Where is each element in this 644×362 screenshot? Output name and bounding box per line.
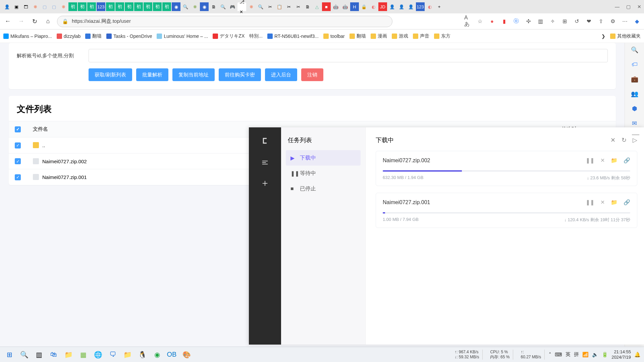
tab-icon[interactable]: 初 <box>68 2 77 11</box>
tab-stopped[interactable]: ■ 已停止 <box>286 181 361 196</box>
tab-icon[interactable]: 初 <box>125 2 133 11</box>
tab-icon[interactable]: JD <box>378 2 387 11</box>
reload-button[interactable]: ↻ <box>30 17 39 26</box>
tab-icon[interactable]: ❋ <box>247 2 256 11</box>
tab-icon[interactable]: 初 <box>144 2 152 11</box>
folder-icon[interactable]: 📁 <box>611 157 618 164</box>
briefcase-icon[interactable]: 💼 <box>631 75 638 83</box>
share-icon[interactable]: ⇪ <box>597 18 604 25</box>
tab-icon[interactable]: 🔒 <box>360 2 368 11</box>
tab-icon[interactable]: ✂ <box>284 2 293 11</box>
tab-icon[interactable]: ❋ <box>31 2 40 11</box>
cancel-icon[interactable]: ✕ <box>600 199 605 205</box>
performance-icon[interactable]: ⚙ <box>609 18 616 25</box>
wifi-icon[interactable]: 📶 <box>582 352 589 358</box>
close-button[interactable]: ✕ <box>637 4 641 9</box>
active-tab[interactable]: ⎇ ✕ <box>237 2 246 11</box>
tab-icon[interactable]: 👤 <box>407 2 415 11</box>
tab-icon[interactable]: 🔍 <box>256 2 265 11</box>
office-icon[interactable]: ⬢ <box>632 105 637 112</box>
search-button[interactable]: 🔍 <box>18 349 30 361</box>
link-icon[interactable]: 🔗 <box>624 157 630 164</box>
bookmark-item[interactable]: Tasks - OpenDrive <box>106 34 152 39</box>
profile-icon[interactable]: 👤 <box>3 2 11 11</box>
taskbar-app[interactable]: 🗨 <box>107 349 119 361</box>
taskbar-app[interactable]: 🌐 <box>92 349 104 361</box>
close-icon[interactable]: ✕ <box>610 136 615 144</box>
tab-icon[interactable]: 初 <box>153 2 162 11</box>
tab-icon[interactable]: 初 <box>115 2 124 11</box>
collections-icon[interactable]: ⊞ <box>561 18 568 25</box>
admin-button[interactable]: 进入后台 <box>265 68 297 81</box>
pause-icon[interactable]: ❚❚ <box>586 199 594 205</box>
clock[interactable]: 21:14:55 2024/7/19 <box>611 349 631 360</box>
extensions-icon[interactable]: ✣ <box>525 18 532 25</box>
home-button[interactable]: ⌂ <box>44 17 52 26</box>
folder-icon[interactable]: 📁 <box>611 199 618 205</box>
tray-overflow-icon[interactable]: ˄ <box>549 352 551 358</box>
bookmark-item[interactable]: RT-N56UB1-newif3... <box>267 34 319 39</box>
tab-icon[interactable]: 👤 <box>388 2 396 11</box>
tab-icon[interactable]: 🗎 <box>303 2 312 11</box>
tab-icon[interactable]: 🗎 <box>209 2 218 11</box>
bookmark-folder[interactable]: 游戏 <box>392 33 408 39</box>
tab-icon[interactable]: 123 <box>97 2 105 11</box>
row-checkbox[interactable]: ✓ <box>15 142 21 148</box>
tab-waiting[interactable]: ❚❚ 等待中 <box>286 166 361 181</box>
ime-mode[interactable]: 拼 <box>574 351 579 358</box>
tab-icon[interactable]: 123 <box>416 2 425 11</box>
pause-icon[interactable]: ❚❚ <box>586 157 594 164</box>
menu-icon[interactable]: ⋯ <box>621 18 629 25</box>
history-icon[interactable]: ↺ <box>573 18 580 25</box>
tab-icon[interactable]: ■ <box>322 2 331 11</box>
battery-icon[interactable]: 🔋 <box>602 352 608 358</box>
bookmark-folder[interactable]: 漫画 <box>371 33 387 39</box>
account-id-input[interactable] <box>89 49 608 62</box>
outlook-icon[interactable]: ✉ <box>632 120 637 127</box>
tab-icon[interactable]: 初 <box>134 2 143 11</box>
taskbar-app[interactable]: OB <box>166 349 178 361</box>
tab-downloading[interactable]: ▶ 下载中 <box>286 150 361 166</box>
bookmark-folder[interactable]: 翻墙 <box>350 33 366 39</box>
other-bookmarks[interactable]: 其他收藏夹 <box>610 33 641 39</box>
tab-icon[interactable]: ▢ <box>40 2 49 11</box>
tab-icon[interactable]: 🗔 <box>21 2 30 11</box>
volume-icon[interactable]: 🔈 <box>592 352 598 358</box>
logout-button[interactable]: 注销 <box>301 68 323 81</box>
tab-icon[interactable]: ✂ <box>266 2 274 11</box>
taskbar-app[interactable]: 📁 <box>62 349 74 361</box>
bookmark-folder[interactable]: toolbar <box>323 34 345 39</box>
search-icon[interactable]: 🔍 <box>631 46 638 54</box>
taskbar-app[interactable]: 🛍 <box>48 349 60 361</box>
tab-icon[interactable]: 初 <box>87 2 96 11</box>
tab-icon[interactable]: 初 <box>106 2 115 11</box>
tab-icon[interactable]: △ <box>313 2 321 11</box>
copilot-icon[interactable]: ◆ <box>633 18 641 25</box>
tab-icon[interactable]: 🔍 <box>181 2 190 11</box>
refresh-list-button[interactable]: 获取/刷新列表 <box>89 68 132 81</box>
forward-button[interactable]: → <box>17 17 25 26</box>
tab-icon[interactable]: ◐ <box>425 2 434 11</box>
tab-icon[interactable]: ◉ <box>172 2 180 11</box>
taskbar-app[interactable]: 📁 <box>121 349 133 361</box>
bookmarks-overflow[interactable]: ❯ <box>601 34 605 39</box>
select-all-checkbox[interactable]: ✓ <box>15 126 21 132</box>
copy-url-button[interactable]: 复制当前地址 <box>172 68 215 81</box>
read-aloud-icon[interactable]: Aあ <box>464 18 472 25</box>
workspaces-icon[interactable]: ▣ <box>12 2 21 11</box>
bookmark-item[interactable]: 翻墙 <box>85 33 102 39</box>
favorites-icon[interactable]: ✧ <box>549 18 556 25</box>
tab-icon[interactable]: 🎮 <box>228 2 237 11</box>
favorite-icon[interactable]: ☆ <box>476 18 484 25</box>
link-icon[interactable]: 🔗 <box>624 199 630 205</box>
task-view-button[interactable]: ▥ <box>33 349 45 361</box>
cancel-icon[interactable]: ✕ <box>600 157 605 164</box>
tab-icon[interactable]: 📋 <box>275 2 284 11</box>
bookmark-item[interactable]: dizzylab <box>57 34 81 39</box>
tab-icon[interactable]: ◐ <box>369 2 378 11</box>
people-icon[interactable]: 👥 <box>631 90 638 98</box>
tab-icon[interactable]: 👤 <box>397 2 406 11</box>
notifications-icon[interactable]: 🔔 <box>634 352 641 358</box>
url-input[interactable]: 🔒 https://xiazai.网盘.top/user <box>57 16 392 27</box>
ext-icon[interactable]: ⓔ <box>513 18 520 25</box>
